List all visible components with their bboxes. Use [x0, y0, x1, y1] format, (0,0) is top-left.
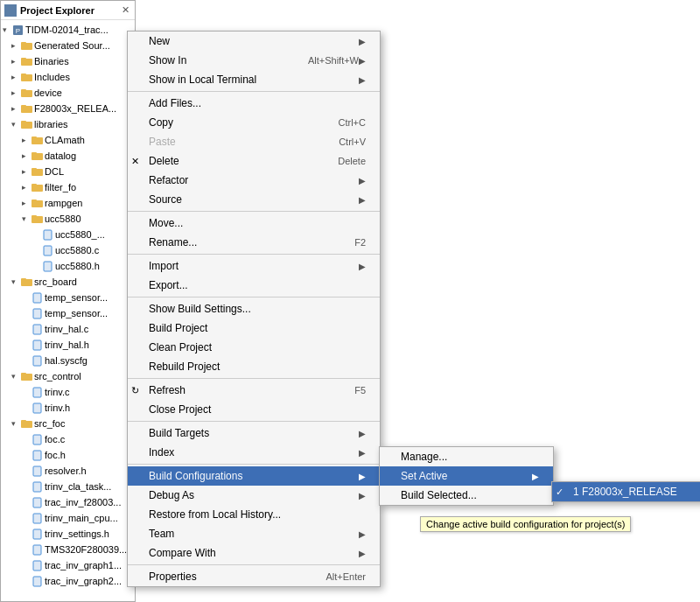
- tree-item[interactable]: foc.c: [1, 431, 135, 447]
- menu-separator: [128, 91, 380, 92]
- tree-item-label: resolver.h: [45, 466, 87, 476]
- tree-item[interactable]: trinv_hal.h: [1, 337, 135, 353]
- menu-separator: [128, 378, 380, 379]
- tree-item[interactable]: trac_inv_f28003...: [1, 494, 135, 510]
- tree-item[interactable]: ▸Generated Sour...: [1, 38, 135, 53]
- tree-item[interactable]: ucc5880.c: [1, 242, 135, 258]
- tree-item[interactable]: ▸DCL: [1, 164, 135, 179]
- tree-item[interactable]: ▸Binaries: [1, 53, 135, 69]
- tree-item[interactable]: ▸rampgen: [1, 195, 135, 211]
- tree-item[interactable]: ▸device: [1, 85, 135, 101]
- tree-item-label: trinv_hal.h: [45, 340, 89, 350]
- context-menu-item-build_configs[interactable]: Build Configurations▶: [128, 466, 380, 486]
- build-config-item-set_active[interactable]: Set Active▶: [380, 466, 553, 486]
- tree-item[interactable]: hal.syscfg: [1, 353, 135, 368]
- submenu-set-active: ✓1 F28003x_RELEASE: [551, 481, 700, 502]
- context-menu-item-index[interactable]: Index▶: [128, 443, 380, 462]
- menu-item-label: Build Configurations: [149, 470, 359, 482]
- folder-icon: [31, 165, 43, 178]
- context-menu-item-properties[interactable]: PropertiesAlt+Enter: [128, 567, 380, 586]
- tree-item[interactable]: ▾ucc5880: [1, 211, 135, 227]
- tree-item[interactable]: ucc5880_...: [1, 227, 135, 242]
- tree-item[interactable]: ▾libraries: [1, 116, 135, 132]
- explorer-icon: [4, 4, 17, 17]
- context-menu-item-new[interactable]: New▶: [128, 32, 380, 51]
- tree-item[interactable]: ▾src_board: [1, 274, 135, 290]
- menu-item-label: Team: [149, 528, 359, 540]
- context-menu-item-source[interactable]: Source▶: [128, 190, 380, 209]
- tree-item[interactable]: ▸Includes: [1, 69, 135, 85]
- context-menu-item-show_build[interactable]: Show Build Settings...: [128, 299, 380, 318]
- tree-item-label: temp_sensor...: [45, 308, 108, 318]
- menu-item-label: Properties: [149, 570, 308, 583]
- file-icon: [31, 307, 43, 319]
- svg-rect-49: [33, 545, 41, 555]
- tree-item[interactable]: trinv_cla_task...: [1, 479, 135, 494]
- tree-item[interactable]: ▸CLAmath: [1, 132, 135, 148]
- context-menu-item-show_local[interactable]: Show in Local Terminal▶: [128, 70, 380, 89]
- context-menu-item-close_project[interactable]: Close Project: [128, 400, 380, 419]
- project-explorer: Project Explorer ✕ ▾PTIDM-02014_trac...▸…: [0, 0, 136, 602]
- tree-item[interactable]: TMS320F280039...: [1, 542, 135, 557]
- tree-item[interactable]: ▾src_foc: [1, 416, 135, 431]
- set-active-item-f28003x_release[interactable]: ✓1 F28003x_RELEASE: [552, 482, 700, 501]
- context-menu-item-rename[interactable]: Rename...F2: [128, 233, 380, 252]
- context-menu-item-compare_with[interactable]: Compare With▶: [128, 543, 380, 563]
- tree-item-label: rampgen: [45, 198, 82, 208]
- context-menu-item-build_project[interactable]: Build Project: [128, 318, 380, 338]
- menu-item-label: Close Project: [149, 403, 366, 416]
- tree-item[interactable]: ▸datalog: [1, 148, 135, 164]
- tree-item[interactable]: ▾src_control: [1, 368, 135, 384]
- tree-item[interactable]: trinv_hal.c: [1, 321, 135, 337]
- context-menu-item-import[interactable]: Import▶: [128, 256, 380, 276]
- build-config-item-manage[interactable]: Manage...: [380, 447, 553, 466]
- tree-item-label: Includes: [34, 72, 70, 82]
- context-menu-item-export[interactable]: Export...: [128, 276, 380, 295]
- context-menu-item-show_in[interactable]: Show InAlt+Shift+W▶: [128, 51, 380, 70]
- tree-item[interactable]: trac_inv_graph1...: [1, 557, 135, 573]
- tree-item[interactable]: trinv.h: [1, 400, 135, 416]
- context-menu-item-delete[interactable]: ✕DeleteDelete: [128, 151, 380, 171]
- tree-item[interactable]: resolver.h: [1, 463, 135, 479]
- tree-item[interactable]: foc.h: [1, 447, 135, 463]
- tree-item-label: src_foc: [34, 418, 65, 429]
- context-menu-item-refactor[interactable]: Refactor▶: [128, 171, 380, 190]
- context-menu-item-add_files[interactable]: Add Files...: [128, 94, 380, 113]
- expand-icon: ▾: [11, 372, 20, 381]
- tree-item[interactable]: temp_sensor...: [1, 305, 135, 321]
- context-menu-item-build_targets[interactable]: Build Targets▶: [128, 424, 380, 443]
- svg-rect-48: [33, 529, 41, 539]
- tree-item[interactable]: trinv_main_cpu...: [1, 510, 135, 526]
- context-menu-item-copy[interactable]: CopyCtrl+C: [128, 113, 380, 132]
- svg-rect-17: [32, 152, 37, 155]
- tree-item[interactable]: trac_inv_graph2...: [1, 573, 135, 589]
- tree-item-label: trinv_main_cpu...: [45, 513, 118, 523]
- folder-icon: [20, 102, 32, 115]
- folder-icon: [20, 276, 32, 288]
- svg-rect-39: [33, 403, 41, 413]
- context-menu-item-team[interactable]: Team▶: [128, 524, 380, 543]
- tree-item[interactable]: ucc5880.h: [1, 258, 135, 274]
- context-menu-item-restore_history[interactable]: Restore from Local History...: [128, 505, 380, 524]
- close-icon[interactable]: ✕: [120, 4, 131, 16]
- tree-item[interactable]: trinv_settings.h: [1, 526, 135, 542]
- svg-rect-41: [21, 420, 26, 423]
- context-menu-item-move[interactable]: Move...: [128, 214, 380, 233]
- tree-item[interactable]: ▸F28003x_RELEA...: [1, 101, 135, 116]
- folder-icon: [31, 213, 43, 225]
- tree-item-label: trac_inv_f28003...: [45, 497, 121, 508]
- context-menu-item-debug_as[interactable]: Debug As▶: [128, 486, 380, 505]
- tooltip: Change active build configuration for pr…: [420, 516, 631, 532]
- context-menu-item-refresh[interactable]: ↻RefreshF5: [128, 381, 380, 400]
- build-config-item-build_selected[interactable]: Build Selected...: [380, 486, 553, 505]
- submenu-item-label: Build Selected...: [401, 489, 539, 501]
- context-menu-item-clean_project[interactable]: Clean Project: [128, 338, 380, 357]
- tree-item[interactable]: ▾PTIDM-02014_trac...: [1, 22, 135, 38]
- context-menu-item-rebuild_project[interactable]: Rebuild Project: [128, 357, 380, 376]
- tree-item[interactable]: temp_sensor...: [1, 290, 135, 305]
- tree-item[interactable]: ▸filter_fo: [1, 179, 135, 195]
- file-icon: [41, 228, 53, 241]
- svg-rect-31: [33, 293, 41, 303]
- tree-item[interactable]: trinv.c: [1, 384, 135, 400]
- menu-item-label: New: [149, 35, 359, 47]
